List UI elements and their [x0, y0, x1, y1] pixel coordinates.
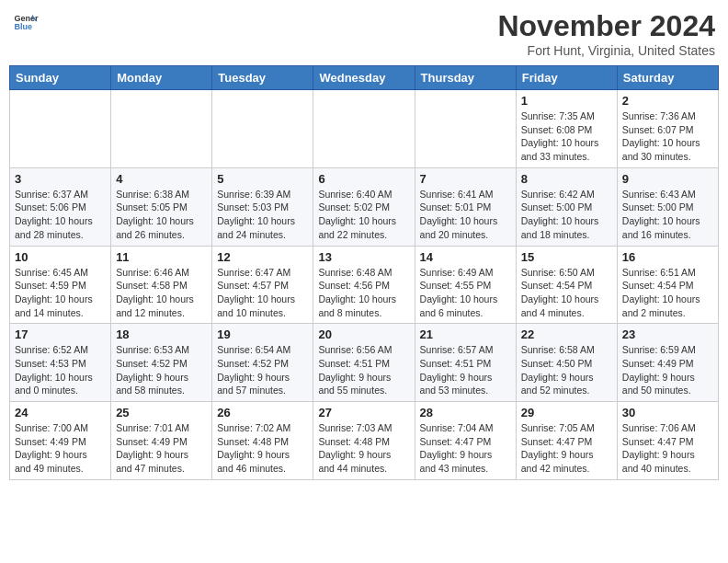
day-cell: 22Sunrise: 6:58 AM Sunset: 4:50 PM Dayli…: [516, 324, 617, 402]
day-cell: 19Sunrise: 6:54 AM Sunset: 4:52 PM Dayli…: [212, 324, 313, 402]
day-cell: 15Sunrise: 6:50 AM Sunset: 4:54 PM Dayli…: [516, 246, 617, 324]
location: Fort Hunt, Virginia, United States: [497, 43, 715, 58]
day-info: Sunrise: 6:53 AM Sunset: 4:52 PM Dayligh…: [116, 343, 207, 397]
day-info: Sunrise: 6:42 AM Sunset: 5:00 PM Dayligh…: [521, 188, 612, 242]
day-number: 10: [15, 250, 106, 264]
day-number: 30: [622, 406, 713, 419]
day-number: 14: [420, 250, 511, 264]
logo-icon: General Blue: [13, 9, 39, 35]
logo: General Blue: [13, 9, 39, 35]
week-row-1: 1Sunrise: 7:35 AM Sunset: 6:08 PM Daylig…: [10, 90, 719, 168]
day-number: 27: [318, 406, 409, 419]
day-info: Sunrise: 6:41 AM Sunset: 5:01 PM Dayligh…: [420, 188, 511, 242]
day-cell: 3Sunrise: 6:37 AM Sunset: 5:06 PM Daylig…: [10, 167, 111, 246]
weekday-header-thursday: Thursday: [415, 66, 516, 90]
day-cell: 12Sunrise: 6:47 AM Sunset: 4:57 PM Dayli…: [212, 246, 313, 324]
day-info: Sunrise: 6:51 AM Sunset: 4:54 PM Dayligh…: [622, 266, 713, 320]
day-info: Sunrise: 6:54 AM Sunset: 4:52 PM Dayligh…: [217, 343, 308, 397]
weekday-header-friday: Friday: [516, 66, 617, 90]
day-info: Sunrise: 7:02 AM Sunset: 4:48 PM Dayligh…: [217, 421, 308, 476]
week-row-3: 10Sunrise: 6:45 AM Sunset: 4:59 PM Dayli…: [10, 246, 719, 324]
day-number: 24: [15, 406, 106, 419]
day-info: Sunrise: 6:49 AM Sunset: 4:55 PM Dayligh…: [420, 266, 511, 320]
week-row-4: 17Sunrise: 6:52 AM Sunset: 4:53 PM Dayli…: [10, 324, 719, 402]
day-cell: 27Sunrise: 7:03 AM Sunset: 4:48 PM Dayli…: [313, 402, 415, 480]
svg-text:General: General: [14, 14, 39, 23]
day-info: Sunrise: 6:48 AM Sunset: 4:56 PM Dayligh…: [318, 266, 409, 320]
day-cell: 21Sunrise: 6:57 AM Sunset: 4:51 PM Dayli…: [415, 324, 516, 402]
day-info: Sunrise: 6:38 AM Sunset: 5:05 PM Dayligh…: [116, 188, 207, 242]
day-cell: [212, 90, 313, 168]
day-number: 16: [622, 250, 713, 264]
day-info: Sunrise: 6:37 AM Sunset: 5:06 PM Dayligh…: [15, 188, 106, 242]
day-number: 28: [420, 406, 511, 419]
day-cell: 14Sunrise: 6:49 AM Sunset: 4:55 PM Dayli…: [415, 246, 516, 324]
day-cell: [10, 90, 111, 168]
day-info: Sunrise: 6:45 AM Sunset: 4:59 PM Dayligh…: [15, 266, 106, 320]
page-header: General Blue November 2024 Fort Hunt, Vi…: [9, 9, 719, 58]
day-cell: [415, 90, 516, 168]
day-number: 12: [217, 250, 308, 264]
day-number: 18: [116, 327, 207, 341]
day-info: Sunrise: 6:50 AM Sunset: 4:54 PM Dayligh…: [521, 266, 612, 320]
day-cell: 10Sunrise: 6:45 AM Sunset: 4:59 PM Dayli…: [10, 246, 111, 324]
weekday-header-saturday: Saturday: [617, 66, 718, 90]
day-number: 5: [217, 172, 308, 186]
day-number: 6: [318, 172, 409, 186]
day-cell: [313, 90, 415, 168]
day-cell: 4Sunrise: 6:38 AM Sunset: 5:05 PM Daylig…: [111, 167, 212, 246]
day-cell: 5Sunrise: 6:39 AM Sunset: 5:03 PM Daylig…: [212, 167, 313, 246]
day-number: 2: [622, 94, 713, 108]
day-cell: 20Sunrise: 6:56 AM Sunset: 4:51 PM Dayli…: [313, 324, 415, 402]
day-cell: 25Sunrise: 7:01 AM Sunset: 4:49 PM Dayli…: [111, 402, 212, 480]
day-number: 3: [15, 172, 106, 186]
day-cell: 17Sunrise: 6:52 AM Sunset: 4:53 PM Dayli…: [10, 324, 111, 402]
day-number: 25: [116, 406, 207, 419]
day-number: 17: [15, 327, 106, 341]
calendar: SundayMondayTuesdayWednesdayThursdayFrid…: [9, 65, 719, 480]
day-cell: 11Sunrise: 6:46 AM Sunset: 4:58 PM Dayli…: [111, 246, 212, 324]
day-number: 26: [217, 406, 308, 419]
title-block: November 2024 Fort Hunt, Virginia, Unite…: [497, 9, 715, 58]
day-number: 22: [521, 327, 612, 341]
day-number: 20: [318, 327, 409, 341]
day-number: 15: [521, 250, 612, 264]
day-cell: 6Sunrise: 6:40 AM Sunset: 5:02 PM Daylig…: [313, 167, 415, 246]
day-cell: 28Sunrise: 7:04 AM Sunset: 4:47 PM Dayli…: [415, 402, 516, 480]
day-cell: [111, 90, 212, 168]
day-info: Sunrise: 6:43 AM Sunset: 5:00 PM Dayligh…: [622, 188, 713, 242]
day-number: 11: [116, 250, 207, 264]
day-info: Sunrise: 6:58 AM Sunset: 4:50 PM Dayligh…: [521, 343, 612, 397]
day-cell: 26Sunrise: 7:02 AM Sunset: 4:48 PM Dayli…: [212, 402, 313, 480]
day-cell: 29Sunrise: 7:05 AM Sunset: 4:47 PM Dayli…: [516, 402, 617, 480]
day-info: Sunrise: 6:40 AM Sunset: 5:02 PM Dayligh…: [318, 188, 409, 242]
day-info: Sunrise: 7:36 AM Sunset: 6:07 PM Dayligh…: [622, 109, 713, 164]
day-number: 21: [420, 327, 511, 341]
week-row-2: 3Sunrise: 6:37 AM Sunset: 5:06 PM Daylig…: [10, 167, 719, 246]
weekday-header-monday: Monday: [111, 66, 212, 90]
day-info: Sunrise: 7:05 AM Sunset: 4:47 PM Dayligh…: [521, 421, 612, 476]
day-info: Sunrise: 6:57 AM Sunset: 4:51 PM Dayligh…: [420, 343, 511, 397]
day-info: Sunrise: 7:06 AM Sunset: 4:47 PM Dayligh…: [622, 421, 713, 476]
svg-text:Blue: Blue: [14, 22, 32, 31]
day-info: Sunrise: 6:46 AM Sunset: 4:58 PM Dayligh…: [116, 266, 207, 320]
weekday-header-tuesday: Tuesday: [212, 66, 313, 90]
day-number: 7: [420, 172, 511, 186]
day-number: 13: [318, 250, 409, 264]
day-number: 29: [521, 406, 612, 419]
month-title: November 2024: [497, 9, 715, 43]
day-info: Sunrise: 7:00 AM Sunset: 4:49 PM Dayligh…: [15, 421, 106, 476]
day-info: Sunrise: 6:47 AM Sunset: 4:57 PM Dayligh…: [217, 266, 308, 320]
day-number: 8: [521, 172, 612, 186]
day-info: Sunrise: 6:39 AM Sunset: 5:03 PM Dayligh…: [217, 188, 308, 242]
day-info: Sunrise: 6:59 AM Sunset: 4:49 PM Dayligh…: [622, 343, 713, 397]
day-info: Sunrise: 7:03 AM Sunset: 4:48 PM Dayligh…: [318, 421, 409, 476]
day-cell: 13Sunrise: 6:48 AM Sunset: 4:56 PM Dayli…: [313, 246, 415, 324]
day-number: 4: [116, 172, 207, 186]
day-cell: 2Sunrise: 7:36 AM Sunset: 6:07 PM Daylig…: [617, 90, 718, 168]
day-cell: 30Sunrise: 7:06 AM Sunset: 4:47 PM Dayli…: [617, 402, 718, 480]
day-cell: 8Sunrise: 6:42 AM Sunset: 5:00 PM Daylig…: [516, 167, 617, 246]
day-number: 19: [217, 327, 308, 341]
day-number: 1: [521, 94, 612, 108]
day-info: Sunrise: 7:04 AM Sunset: 4:47 PM Dayligh…: [420, 421, 511, 476]
